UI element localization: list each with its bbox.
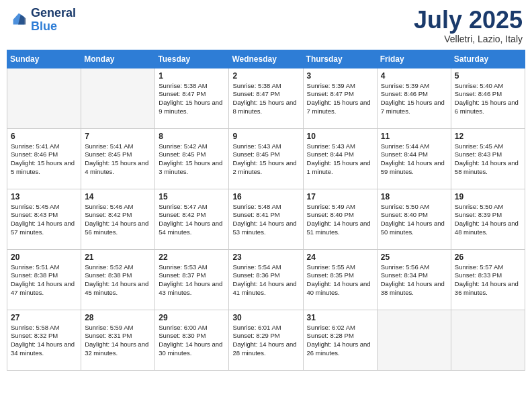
dow-header: Monday [81,50,155,68]
day-number: 5 [455,71,521,81]
day-number: 13 [11,192,77,201]
day-detail: Sunrise: 5:48 AMSunset: 8:41 PMDaylight:… [232,203,299,237]
calendar-cell: 22 Sunrise: 5:53 AMSunset: 8:37 PMDaylig… [155,249,229,310]
day-number: 11 [381,132,447,141]
calendar-cell: 31 Sunrise: 6:02 AMSunset: 8:28 PMDaylig… [303,310,377,370]
day-number: 23 [232,253,299,262]
day-detail: Sunrise: 5:49 AMSunset: 8:40 PMDaylight:… [307,203,373,237]
calendar-week-row: 20 Sunrise: 5:51 AMSunset: 8:38 PMDaylig… [7,249,525,310]
calendar-week-row: 27 Sunrise: 5:58 AMSunset: 8:32 PMDaylig… [7,310,525,370]
day-number: 4 [381,71,447,81]
calendar-cell: 19 Sunrise: 5:50 AMSunset: 8:39 PMDaylig… [451,189,525,249]
day-number: 9 [232,132,299,141]
calendar-cell [451,310,525,370]
calendar-cell: 8 Sunrise: 5:42 AMSunset: 8:45 PMDayligh… [155,128,229,189]
calendar-body: 1 Sunrise: 5:38 AMSunset: 8:47 PMDayligh… [7,68,525,370]
day-detail: Sunrise: 5:50 AMSunset: 8:40 PMDaylight:… [381,203,447,237]
calendar-cell: 16 Sunrise: 5:48 AMSunset: 8:41 PMDaylig… [229,189,303,249]
day-detail: Sunrise: 5:41 AMSunset: 8:46 PMDaylight:… [11,142,77,177]
day-detail: Sunrise: 5:52 AMSunset: 8:38 PMDaylight:… [85,263,151,298]
dow-header: Friday [377,50,451,68]
day-number: 18 [381,192,447,201]
calendar-cell: 30 Sunrise: 6:01 AMSunset: 8:29 PMDaylig… [229,310,303,370]
calendar-cell [81,68,155,128]
calendar-cell: 14 Sunrise: 5:46 AMSunset: 8:42 PMDaylig… [81,189,155,249]
day-number: 2 [232,71,299,81]
day-detail: Sunrise: 5:46 AMSunset: 8:42 PMDaylight:… [85,203,151,237]
day-detail: Sunrise: 5:51 AMSunset: 8:38 PMDaylight:… [11,263,77,298]
calendar-cell: 13 Sunrise: 5:45 AMSunset: 8:43 PMDaylig… [7,189,81,249]
title-block: July 2025 Velletri, Lazio, Italy [414,7,523,44]
day-number: 26 [455,253,521,262]
day-detail: Sunrise: 5:57 AMSunset: 8:33 PMDaylight:… [455,263,521,298]
dow-header: Tuesday [155,50,229,68]
day-detail: Sunrise: 5:43 AMSunset: 8:45 PMDaylight:… [232,142,299,177]
day-detail: Sunrise: 5:56 AMSunset: 8:34 PMDaylight:… [381,263,447,298]
calendar-cell: 5 Sunrise: 5:40 AMSunset: 8:46 PMDayligh… [451,68,525,128]
calendar-cell: 23 Sunrise: 5:54 AMSunset: 8:36 PMDaylig… [229,249,303,310]
day-detail: Sunrise: 5:54 AMSunset: 8:36 PMDaylight:… [232,263,299,298]
calendar-cell: 25 Sunrise: 5:56 AMSunset: 8:34 PMDaylig… [377,249,451,310]
location: Velletri, Lazio, Italy [414,34,523,44]
dow-header: Thursday [303,50,377,68]
day-number: 30 [232,313,299,322]
calendar-cell: 20 Sunrise: 5:51 AMSunset: 8:38 PMDaylig… [7,249,81,310]
calendar-week-row: 1 Sunrise: 5:38 AMSunset: 8:47 PMDayligh… [7,68,525,128]
calendar-table: SundayMondayTuesdayWednesdayThursdayFrid… [7,50,525,371]
logo: General Blue [9,7,76,34]
day-detail: Sunrise: 5:38 AMSunset: 8:47 PMDaylight:… [159,82,225,116]
logo-icon [9,11,28,30]
calendar-cell: 4 Sunrise: 5:39 AMSunset: 8:46 PMDayligh… [377,68,451,128]
day-number: 21 [85,253,151,262]
day-detail: Sunrise: 5:40 AMSunset: 8:46 PMDaylight:… [455,82,521,116]
day-detail: Sunrise: 6:02 AMSunset: 8:28 PMDaylight:… [307,324,373,358]
day-detail: Sunrise: 5:59 AMSunset: 8:31 PMDaylight:… [85,324,151,358]
calendar-cell: 21 Sunrise: 5:52 AMSunset: 8:38 PMDaylig… [81,249,155,310]
day-number: 1 [159,71,225,81]
day-number: 16 [232,192,299,201]
calendar-cell: 2 Sunrise: 5:38 AMSunset: 8:47 PMDayligh… [229,68,303,128]
calendar-cell: 6 Sunrise: 5:41 AMSunset: 8:46 PMDayligh… [7,128,81,189]
day-detail: Sunrise: 6:00 AMSunset: 8:30 PMDaylight:… [159,324,225,358]
day-number: 12 [455,132,521,141]
day-number: 3 [307,71,373,81]
calendar-cell: 11 Sunrise: 5:44 AMSunset: 8:44 PMDaylig… [377,128,451,189]
day-detail: Sunrise: 5:58 AMSunset: 8:32 PMDaylight:… [11,324,77,358]
dow-header: Sunday [7,50,81,68]
day-detail: Sunrise: 5:38 AMSunset: 8:47 PMDaylight:… [232,82,299,116]
calendar-cell: 29 Sunrise: 6:00 AMSunset: 8:30 PMDaylig… [155,310,229,370]
days-of-week-row: SundayMondayTuesdayWednesdayThursdayFrid… [7,50,525,68]
calendar-cell: 3 Sunrise: 5:39 AMSunset: 8:47 PMDayligh… [303,68,377,128]
month-title: July 2025 [414,7,523,34]
calendar-cell: 15 Sunrise: 5:47 AMSunset: 8:42 PMDaylig… [155,189,229,249]
page-header: General Blue July 2025 Velletri, Lazio, … [7,7,525,44]
calendar-cell: 28 Sunrise: 5:59 AMSunset: 8:31 PMDaylig… [81,310,155,370]
day-number: 25 [381,253,447,262]
day-detail: Sunrise: 5:39 AMSunset: 8:47 PMDaylight:… [307,82,373,116]
day-number: 6 [11,132,77,141]
day-detail: Sunrise: 5:42 AMSunset: 8:45 PMDaylight:… [159,142,225,177]
calendar-cell: 9 Sunrise: 5:43 AMSunset: 8:45 PMDayligh… [229,128,303,189]
day-detail: Sunrise: 5:45 AMSunset: 8:43 PMDaylight:… [11,203,77,237]
calendar-cell [7,68,81,128]
day-detail: Sunrise: 6:01 AMSunset: 8:29 PMDaylight:… [232,324,299,358]
day-detail: Sunrise: 5:45 AMSunset: 8:43 PMDaylight:… [455,142,521,177]
day-number: 14 [85,192,151,201]
day-detail: Sunrise: 5:41 AMSunset: 8:45 PMDaylight:… [85,142,151,177]
day-number: 15 [159,192,225,201]
day-number: 17 [307,192,373,201]
day-detail: Sunrise: 5:44 AMSunset: 8:44 PMDaylight:… [381,142,447,177]
calendar-week-row: 6 Sunrise: 5:41 AMSunset: 8:46 PMDayligh… [7,128,525,189]
calendar-cell: 17 Sunrise: 5:49 AMSunset: 8:40 PMDaylig… [303,189,377,249]
calendar-cell: 27 Sunrise: 5:58 AMSunset: 8:32 PMDaylig… [7,310,81,370]
day-number: 7 [85,132,151,141]
day-detail: Sunrise: 5:55 AMSunset: 8:35 PMDaylight:… [307,263,373,298]
day-detail: Sunrise: 5:39 AMSunset: 8:46 PMDaylight:… [381,82,447,116]
calendar-week-row: 13 Sunrise: 5:45 AMSunset: 8:43 PMDaylig… [7,189,525,249]
logo-text: General Blue [31,7,76,34]
day-detail: Sunrise: 5:47 AMSunset: 8:42 PMDaylight:… [159,203,225,237]
day-number: 20 [11,253,77,262]
calendar-cell: 18 Sunrise: 5:50 AMSunset: 8:40 PMDaylig… [377,189,451,249]
calendar-cell: 26 Sunrise: 5:57 AMSunset: 8:33 PMDaylig… [451,249,525,310]
calendar-cell: 10 Sunrise: 5:43 AMSunset: 8:44 PMDaylig… [303,128,377,189]
